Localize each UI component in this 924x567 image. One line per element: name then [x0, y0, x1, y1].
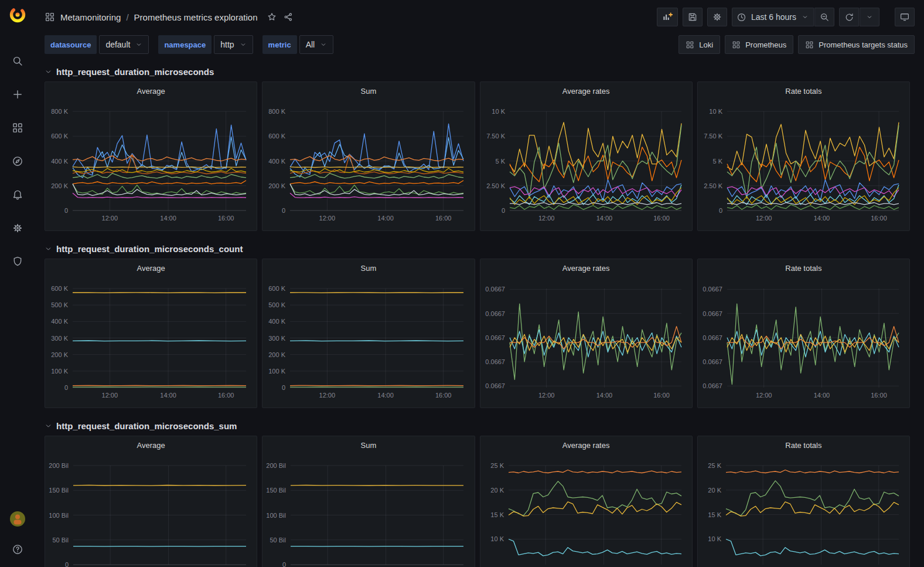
- svg-text:10 K: 10 K: [709, 108, 722, 115]
- configuration-gear-icon[interactable]: [8, 219, 27, 237]
- svg-text:0.0667: 0.0667: [703, 334, 722, 341]
- panel-title[interactable]: Rate totals: [698, 259, 909, 277]
- panel-title[interactable]: Average: [45, 82, 257, 100]
- panel-title[interactable]: Average: [45, 259, 257, 277]
- row-collapse-header[interactable]: http_request_duration_microseconds: [45, 61, 910, 82]
- star-icon[interactable]: [267, 12, 277, 22]
- timeseries-chart: 12:0014:0016:00600 K500 K400 K300 K200 K…: [45, 277, 257, 407]
- row-title: http_request_duration_microseconds_count: [56, 244, 243, 254]
- row-collapse-header[interactable]: http_request_duration_microseconds_sum: [45, 415, 910, 436]
- svg-text:5 K: 5 K: [495, 158, 505, 165]
- dashboard-link-label: Prometheus targets status: [819, 40, 908, 49]
- svg-text:0: 0: [282, 384, 285, 391]
- svg-text:25 K: 25 K: [708, 462, 721, 469]
- grafana-logo-icon[interactable]: [9, 6, 26, 26]
- time-range-picker[interactable]: Last 6 hours: [732, 8, 814, 26]
- variable-label[interactable]: datasource: [45, 35, 97, 54]
- svg-text:12:00: 12:00: [538, 392, 554, 399]
- timeseries-chart: 12:0014:0016:0010 K7.50 K5 K2.50 K0: [480, 100, 692, 230]
- sidebar-bottom: [8, 510, 27, 559]
- zoom-out-button[interactable]: [814, 8, 834, 26]
- explore-compass-icon[interactable]: [8, 152, 27, 171]
- panel-title[interactable]: Rate totals: [698, 436, 909, 454]
- svg-text:500 K: 500 K: [269, 301, 286, 308]
- add-panel-button[interactable]: [657, 8, 678, 26]
- user-avatar[interactable]: [8, 510, 27, 528]
- dashboards-icon[interactable]: [8, 118, 27, 137]
- help-icon[interactable]: [8, 540, 27, 559]
- panel-title[interactable]: Rate totals: [698, 82, 909, 100]
- panel-title[interactable]: Sum: [262, 259, 474, 277]
- dashboard-settings-button[interactable]: [707, 8, 727, 26]
- row-collapse-header[interactable]: http_request_duration_microseconds_count: [45, 238, 910, 259]
- svg-text:20 K: 20 K: [708, 487, 721, 494]
- panel-title[interactable]: Average: [45, 436, 257, 454]
- dashboard-link-prometheus-targets-status[interactable]: Prometheus targets status: [798, 35, 915, 54]
- dashboard-link-label: Loki: [699, 40, 713, 49]
- share-icon[interactable]: [283, 12, 294, 22]
- svg-text:15 K: 15 K: [708, 511, 721, 518]
- search-icon[interactable]: [8, 52, 27, 70]
- timeseries-chart: 12:0014:0016:00200 Bil150 Bil100 Bil50 B…: [45, 454, 257, 567]
- alerting-bell-icon[interactable]: [8, 185, 27, 204]
- refresh-interval-dropdown[interactable]: [860, 8, 879, 26]
- svg-text:16:00: 16:00: [653, 392, 670, 399]
- variable-value: http: [220, 40, 234, 49]
- svg-text:0.0667: 0.0667: [485, 358, 505, 365]
- timeseries-chart: 12:0014:0016:000.06670.06670.06670.06670…: [698, 277, 909, 407]
- chevron-down-icon: [801, 13, 809, 21]
- variable-label[interactable]: metric: [262, 35, 297, 54]
- svg-text:150 Bil: 150 Bil: [49, 487, 69, 494]
- svg-text:7.50 K: 7.50 K: [704, 133, 722, 140]
- svg-text:0: 0: [65, 561, 69, 567]
- svg-text:7.50 K: 7.50 K: [486, 133, 505, 140]
- admin-shield-icon[interactable]: [8, 252, 27, 271]
- breadcrumb-folder[interactable]: Metamonitoring: [60, 12, 121, 22]
- svg-text:0.0667: 0.0667: [485, 310, 505, 317]
- save-dashboard-button[interactable]: [683, 8, 703, 26]
- breadcrumb: Metamonitoring / Prometheus metrics expl…: [45, 12, 294, 22]
- svg-text:14:00: 14:00: [813, 215, 830, 222]
- variable-value-dropdown[interactable]: http: [214, 35, 253, 54]
- tv-mode-button[interactable]: [895, 8, 915, 26]
- svg-text:0.0667: 0.0667: [703, 310, 722, 317]
- svg-text:0.0667: 0.0667: [485, 334, 505, 341]
- dashboard-link-loki[interactable]: Loki: [678, 35, 720, 54]
- svg-text:600 K: 600 K: [51, 285, 68, 292]
- chevron-down-icon: [320, 41, 327, 48]
- submenu-bar: datasource default namespace http metric: [35, 34, 924, 61]
- panel-rate-totals: Rate totals 12:0014:0016:000.06670.06670…: [697, 259, 910, 408]
- svg-text:12:00: 12:00: [756, 215, 772, 222]
- panel-rate-totals: Rate totals 12:0014:0016:0025 K20 K15 K1…: [697, 436, 910, 567]
- svg-text:16:00: 16:00: [218, 392, 234, 399]
- panel-title[interactable]: Average rates: [480, 436, 692, 454]
- variable-namespace: namespace http: [158, 35, 253, 54]
- refresh-button[interactable]: [839, 8, 859, 26]
- svg-text:0: 0: [501, 207, 504, 214]
- panel-title[interactable]: Sum: [262, 436, 474, 454]
- svg-text:200 K: 200 K: [51, 351, 68, 358]
- svg-text:14:00: 14:00: [596, 392, 612, 399]
- svg-text:600 K: 600 K: [51, 133, 68, 140]
- panel-title[interactable]: Sum: [262, 82, 474, 100]
- dashboard-link-prometheus[interactable]: Prometheus: [725, 35, 793, 54]
- svg-text:14:00: 14:00: [160, 215, 176, 222]
- variable-label[interactable]: namespace: [158, 35, 212, 54]
- svg-text:400 K: 400 K: [269, 318, 286, 325]
- dashboards-grid-icon: [732, 40, 741, 49]
- svg-text:200 K: 200 K: [269, 351, 286, 358]
- panel-title[interactable]: Average rates: [480, 82, 692, 100]
- variable-value: default: [105, 40, 130, 49]
- clock-icon: [737, 12, 746, 22]
- panel-title[interactable]: Average rates: [480, 259, 692, 277]
- svg-text:14:00: 14:00: [160, 392, 176, 399]
- svg-text:400 K: 400 K: [269, 158, 286, 165]
- svg-text:0.0667: 0.0667: [485, 286, 505, 293]
- variable-value-dropdown[interactable]: All: [299, 35, 334, 54]
- variable-value-dropdown[interactable]: default: [99, 35, 149, 54]
- panel-average-rates: Average rates 12:0014:0016:0025 K20 K15 …: [480, 436, 693, 567]
- add-icon[interactable]: [8, 85, 27, 104]
- svg-text:12:00: 12:00: [538, 215, 554, 222]
- svg-text:800 K: 800 K: [51, 108, 68, 115]
- svg-text:0: 0: [719, 207, 722, 214]
